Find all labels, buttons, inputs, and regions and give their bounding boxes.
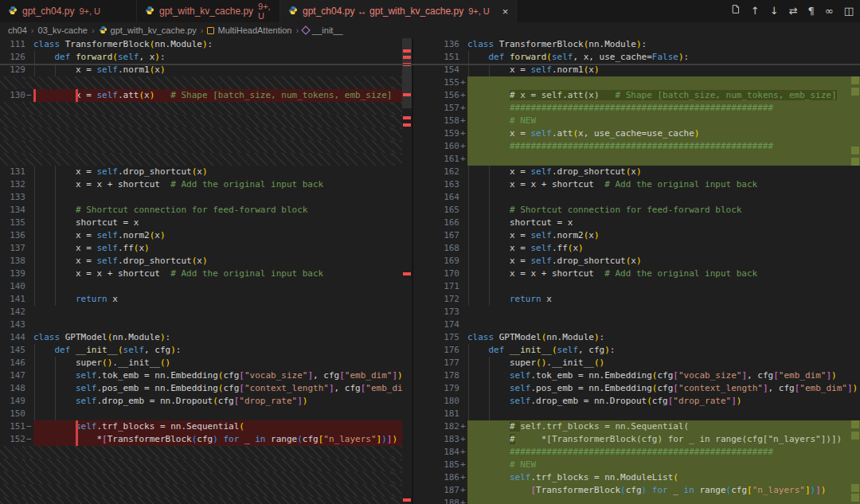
code-text[interactable]: class GPTModel(nn.Module):: [467, 331, 860, 344]
line-number[interactable]: 149: [0, 395, 25, 408]
code-text[interactable]: def __init__(self, cfg):: [467, 344, 860, 357]
line-number[interactable]: 145: [0, 344, 25, 357]
tab-gpt-ch04[interactable]: gpt_ch04.py 9+, U: [0, 0, 137, 22]
code-text[interactable]: class TransformerBlock(nn.Module):: [33, 38, 402, 51]
line-number[interactable]: 158: [413, 115, 459, 127]
code-text[interactable]: [467, 76, 860, 89]
code-text[interactable]: self.tok_emb = nn.Embedding(cfg["vocab_s…: [33, 369, 402, 382]
code-line[interactable]: 141 return x: [0, 293, 412, 306]
code-text[interactable]: x = self.drop_shortcut(x): [467, 166, 860, 178]
code-text[interactable]: x = self.norm2(x): [33, 229, 402, 242]
close-icon[interactable]: ×: [502, 6, 509, 18]
code-line[interactable]: 175class GPTModel(nn.Module):: [413, 331, 860, 344]
line-number[interactable]: 168: [413, 242, 459, 255]
line-number[interactable]: 144: [0, 331, 25, 344]
line-number[interactable]: 170: [413, 268, 459, 280]
code-text[interactable]: shortcut = x: [467, 217, 860, 229]
code-line[interactable]: 188+: [413, 497, 860, 504]
code-text[interactable]: x = self.ff(x): [467, 242, 860, 255]
code-text[interactable]: [467, 497, 860, 504]
line-number[interactable]: 165: [413, 204, 459, 217]
overview-ruler-right[interactable]: [850, 38, 860, 504]
code-line[interactable]: 162 x = self.drop_shortcut(x): [413, 166, 860, 178]
code-text[interactable]: self.drop_emb = nn.Dropout(cfg["drop_rat…: [467, 395, 860, 408]
code-line[interactable]: 167 x = self.norm2(x): [413, 229, 860, 242]
code-line[interactable]: 183+ # *[TransformerBlock(cfg) for _ in …: [413, 433, 860, 446]
code-text[interactable]: [467, 280, 860, 293]
code-text[interactable]: x = x + shortcut # Add the original inpu…: [467, 178, 860, 191]
code-line[interactable]: 136class TransformerBlock(nn.Module):: [413, 38, 860, 51]
line-number[interactable]: 171: [413, 280, 459, 293]
code-line[interactable]: 164: [413, 191, 860, 204]
swap-sides-icon[interactable]: ⇄: [789, 0, 798, 22]
code-line[interactable]: 140: [0, 280, 412, 293]
code-line[interactable]: 180 self.drop_emb = nn.Dropout(cfg["drop…: [413, 395, 860, 408]
code-text[interactable]: x = self.ff(x): [33, 242, 402, 255]
line-number[interactable]: 173: [413, 306, 459, 318]
code-text[interactable]: super().__init__(): [467, 357, 860, 369]
line-number[interactable]: 130: [0, 89, 25, 102]
code-line[interactable]: 154 x = self.norm1(x): [413, 64, 860, 76]
go-to-file-icon[interactable]: [730, 0, 741, 22]
line-number[interactable]: 155: [413, 76, 459, 89]
code-text[interactable]: [467, 318, 860, 331]
line-number[interactable]: 134: [0, 204, 25, 217]
code-line[interactable]: 134 # Shortcut connection for feed-forwa…: [0, 204, 412, 217]
code-line[interactable]: 132 x = x + shortcut # Add the original …: [0, 178, 412, 191]
line-number[interactable]: 175: [413, 331, 459, 344]
code-line[interactable]: 148 self.pos_emb = nn.Embedding(cfg["con…: [0, 382, 412, 395]
code-line[interactable]: 139 x = x + shortcut # Add the original …: [0, 268, 412, 280]
code-text[interactable]: def forward(self, x, use_cache=False):: [467, 51, 860, 64]
code-text[interactable]: x = x + shortcut # Add the original inpu…: [467, 268, 860, 280]
code-line[interactable]: 187+ [TransformerBlock(cfg) for _ in ran…: [413, 484, 860, 497]
code-text[interactable]: self.pos_emb = nn.Embedding(cfg["context…: [467, 382, 860, 395]
line-number[interactable]: 151: [413, 51, 459, 64]
code-text[interactable]: *[TransformerBlock(cfg) for _ in range(c…: [33, 433, 402, 446]
line-number[interactable]: 177: [413, 357, 459, 369]
line-number[interactable]: 135: [0, 217, 25, 229]
code-text[interactable]: # x = self.att(x) # Shape [batch_size, n…: [467, 89, 860, 102]
code-text[interactable]: x = self.norm1(x): [467, 64, 860, 76]
code-text[interactable]: self.tok_emb = nn.Embedding(cfg["vocab_s…: [467, 369, 860, 382]
code-text[interactable]: [33, 306, 402, 318]
code-line[interactable]: 168 x = self.ff(x): [413, 242, 860, 255]
code-text[interactable]: # *[TransformerBlock(cfg) for _ in range…: [467, 433, 860, 446]
code-line[interactable]: 165 # Shortcut connection for feed-forwa…: [413, 204, 860, 217]
code-line[interactable]: 184+ ###################################…: [413, 446, 860, 459]
code-line[interactable]: 171: [413, 280, 860, 293]
line-number[interactable]: 162: [413, 166, 459, 178]
code-text[interactable]: x = self.att(x, use_cache=use_cache): [467, 127, 860, 140]
code-line[interactable]: 147 self.tok_emb = nn.Embedding(cfg["voc…: [0, 369, 412, 382]
code-line[interactable]: 176 def __init__(self, cfg):: [413, 344, 860, 357]
code-text[interactable]: x = self.norm2(x): [467, 229, 860, 242]
line-number[interactable]: 187: [413, 484, 459, 497]
previous-change-icon[interactable]: ↑: [751, 0, 760, 22]
toggle-inline-view-icon[interactable]: ◫: [844, 0, 854, 22]
next-change-icon[interactable]: ↓: [770, 0, 779, 22]
line-number[interactable]: 163: [413, 178, 459, 191]
breadcrumb-item-ch04[interactable]: ch04: [8, 25, 27, 35]
code-text[interactable]: return x: [33, 293, 402, 306]
code-line[interactable]: 131 x = self.drop_shortcut(x): [0, 166, 412, 178]
line-number[interactable]: 186: [413, 471, 459, 484]
code-line[interactable]: 161+: [413, 153, 860, 166]
code-text[interactable]: self.pos_emb = nn.Embedding(cfg["context…: [33, 382, 402, 395]
line-number[interactable]: 180: [413, 395, 459, 408]
code-line[interactable]: 137 x = self.ff(x): [0, 242, 412, 255]
code-line[interactable]: 155+: [413, 76, 860, 89]
breadcrumb-item--init-[interactable]: __init__: [303, 25, 343, 35]
line-number[interactable]: 174: [413, 318, 459, 331]
code-text[interactable]: [467, 306, 860, 318]
line-number[interactable]: 161: [413, 153, 459, 166]
line-number[interactable]: 152: [0, 433, 25, 446]
line-number[interactable]: 156: [413, 89, 459, 102]
code-text[interactable]: [33, 191, 402, 204]
code-text[interactable]: ########################################…: [467, 140, 860, 153]
code-line[interactable]: 151 def forward(self, x, use_cache=False…: [413, 51, 860, 64]
code-text[interactable]: # Shortcut connection for feed-forward b…: [467, 204, 860, 217]
line-number[interactable]: 146: [0, 357, 25, 369]
code-text[interactable]: self.trf_blocks = nn.Sequential(: [33, 420, 402, 433]
code-line[interactable]: 157+ ###################################…: [413, 102, 860, 115]
breadcrumb-item-03-kv-cache[interactable]: 03_kv-cache: [38, 25, 88, 35]
line-number[interactable]: 164: [413, 191, 459, 204]
